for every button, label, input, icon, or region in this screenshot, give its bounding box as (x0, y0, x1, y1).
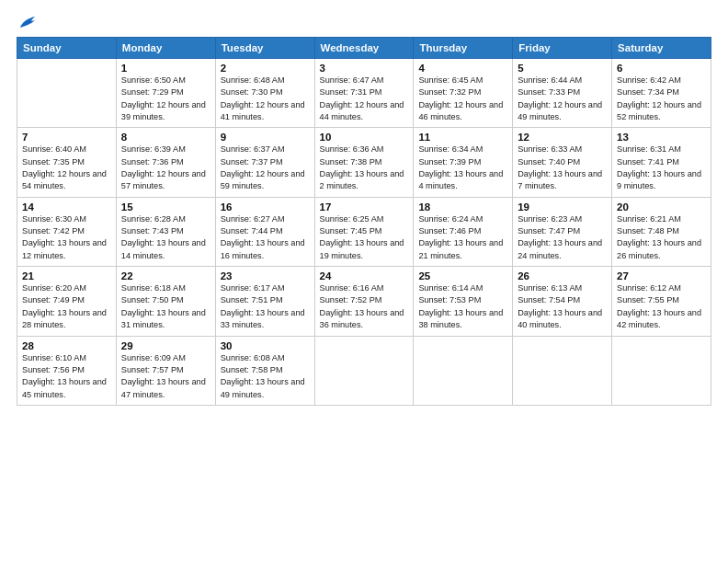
day-cell: 2Sunrise: 6:48 AMSunset: 7:30 PMDaylight… (215, 59, 314, 128)
header-day-saturday: Saturday (612, 38, 711, 59)
day-info: Sunrise: 6:39 AMSunset: 7:36 PMDaylight:… (121, 144, 210, 192)
day-info: Sunrise: 6:33 AMSunset: 7:40 PMDaylight:… (518, 144, 607, 192)
day-info: Sunrise: 6:16 AMSunset: 7:52 PMDaylight:… (320, 282, 409, 331)
header-row: SundayMondayTuesdayWednesdayThursdayFrid… (17, 38, 711, 59)
header-day-thursday: Thursday (414, 38, 513, 59)
page: SundayMondayTuesdayWednesdayThursdayFrid… (0, 0, 728, 563)
header-day-monday: Monday (116, 38, 215, 59)
logo-text (17, 15, 39, 29)
day-number: 17 (320, 201, 409, 213)
day-info: Sunrise: 6:13 AMSunset: 7:54 PMDaylight:… (518, 282, 607, 331)
day-number: 10 (320, 132, 409, 143)
day-cell: 4Sunrise: 6:45 AMSunset: 7:32 PMDaylight… (414, 59, 513, 128)
day-cell: 24Sunrise: 6:16 AMSunset: 7:52 PMDayligh… (314, 267, 414, 336)
day-number: 20 (617, 201, 706, 213)
day-number: 27 (617, 270, 706, 282)
day-number: 11 (418, 132, 507, 143)
day-info: Sunrise: 6:14 AMSunset: 7:53 PMDaylight:… (418, 282, 507, 331)
day-cell: 5Sunrise: 6:44 AMSunset: 7:33 PMDaylight… (513, 59, 612, 128)
day-info: Sunrise: 6:45 AMSunset: 7:32 PMDaylight:… (418, 75, 507, 123)
day-cell (314, 336, 414, 405)
day-cell: 9Sunrise: 6:37 AMSunset: 7:37 PMDaylight… (215, 128, 314, 197)
day-number: 15 (121, 201, 210, 213)
day-info: Sunrise: 6:34 AMSunset: 7:39 PMDaylight:… (418, 144, 507, 192)
day-number: 25 (418, 270, 507, 282)
day-cell (414, 336, 513, 405)
week-row-1: 1Sunrise: 6:50 AMSunset: 7:29 PMDaylight… (17, 59, 711, 128)
day-number: 21 (22, 270, 111, 282)
day-info: Sunrise: 6:40 AMSunset: 7:35 PMDaylight:… (22, 144, 111, 192)
day-cell: 11Sunrise: 6:34 AMSunset: 7:39 PMDayligh… (414, 128, 513, 197)
day-info: Sunrise: 6:30 AMSunset: 7:42 PMDaylight:… (22, 213, 111, 262)
day-info: Sunrise: 6:44 AMSunset: 7:33 PMDaylight:… (518, 75, 607, 123)
day-cell: 16Sunrise: 6:27 AMSunset: 7:44 PMDayligh… (215, 197, 314, 266)
day-cell: 8Sunrise: 6:39 AMSunset: 7:36 PMDaylight… (116, 128, 215, 197)
day-number: 24 (320, 270, 409, 282)
day-cell (513, 336, 612, 405)
logo-bird-icon (18, 15, 39, 29)
day-number: 7 (22, 132, 111, 143)
day-cell: 28Sunrise: 6:10 AMSunset: 7:56 PMDayligh… (17, 336, 117, 405)
day-info: Sunrise: 6:08 AMSunset: 7:58 PMDaylight:… (221, 352, 310, 401)
day-info: Sunrise: 6:09 AMSunset: 7:57 PMDaylight:… (121, 352, 210, 401)
day-cell: 17Sunrise: 6:25 AMSunset: 7:45 PMDayligh… (314, 197, 414, 266)
day-cell: 18Sunrise: 6:24 AMSunset: 7:46 PMDayligh… (414, 197, 513, 266)
header-day-tuesday: Tuesday (215, 38, 314, 59)
day-cell: 10Sunrise: 6:36 AMSunset: 7:38 PMDayligh… (314, 128, 414, 197)
day-number: 2 (221, 63, 310, 74)
day-cell: 15Sunrise: 6:28 AMSunset: 7:43 PMDayligh… (116, 197, 215, 266)
week-row-2: 7Sunrise: 6:40 AMSunset: 7:35 PMDaylight… (17, 128, 711, 197)
day-info: Sunrise: 6:27 AMSunset: 7:44 PMDaylight:… (221, 213, 310, 262)
day-number: 5 (518, 63, 607, 74)
day-cell: 19Sunrise: 6:23 AMSunset: 7:47 PMDayligh… (513, 197, 612, 266)
day-number: 8 (121, 132, 210, 143)
day-cell: 25Sunrise: 6:14 AMSunset: 7:53 PMDayligh… (414, 267, 513, 336)
day-info: Sunrise: 6:10 AMSunset: 7:56 PMDaylight:… (22, 352, 111, 401)
day-number: 28 (22, 340, 111, 351)
header (17, 15, 711, 29)
logo (17, 15, 39, 29)
day-number: 29 (121, 340, 210, 351)
day-cell: 22Sunrise: 6:18 AMSunset: 7:50 PMDayligh… (116, 267, 215, 336)
day-info: Sunrise: 6:42 AMSunset: 7:34 PMDaylight:… (617, 75, 706, 123)
day-number: 16 (221, 201, 310, 213)
day-cell (612, 336, 711, 405)
day-number: 6 (617, 63, 706, 74)
day-info: Sunrise: 6:23 AMSunset: 7:47 PMDaylight:… (518, 213, 607, 262)
day-info: Sunrise: 6:21 AMSunset: 7:48 PMDaylight:… (617, 213, 706, 262)
day-cell: 14Sunrise: 6:30 AMSunset: 7:42 PMDayligh… (17, 197, 117, 266)
day-info: Sunrise: 6:12 AMSunset: 7:55 PMDaylight:… (617, 282, 706, 331)
day-cell: 6Sunrise: 6:42 AMSunset: 7:34 PMDaylight… (612, 59, 711, 128)
day-info: Sunrise: 6:18 AMSunset: 7:50 PMDaylight:… (121, 282, 210, 331)
day-cell (17, 59, 117, 128)
day-number: 3 (320, 63, 409, 74)
day-number: 9 (221, 132, 310, 143)
day-cell: 3Sunrise: 6:47 AMSunset: 7:31 PMDaylight… (314, 59, 414, 128)
header-day-sunday: Sunday (17, 38, 117, 59)
day-info: Sunrise: 6:50 AMSunset: 7:29 PMDaylight:… (121, 75, 210, 123)
day-info: Sunrise: 6:47 AMSunset: 7:31 PMDaylight:… (320, 75, 409, 123)
day-info: Sunrise: 6:37 AMSunset: 7:37 PMDaylight:… (221, 144, 310, 192)
day-number: 12 (518, 132, 607, 143)
day-number: 18 (418, 201, 507, 213)
day-number: 30 (221, 340, 310, 351)
day-info: Sunrise: 6:48 AMSunset: 7:30 PMDaylight:… (221, 75, 310, 123)
day-cell: 7Sunrise: 6:40 AMSunset: 7:35 PMDaylight… (17, 128, 117, 197)
day-info: Sunrise: 6:25 AMSunset: 7:45 PMDaylight:… (320, 213, 409, 262)
day-cell: 26Sunrise: 6:13 AMSunset: 7:54 PMDayligh… (513, 267, 612, 336)
day-info: Sunrise: 6:31 AMSunset: 7:41 PMDaylight:… (617, 144, 706, 192)
week-row-4: 21Sunrise: 6:20 AMSunset: 7:49 PMDayligh… (17, 267, 711, 336)
day-info: Sunrise: 6:24 AMSunset: 7:46 PMDaylight:… (418, 213, 507, 262)
day-number: 23 (221, 270, 310, 282)
day-info: Sunrise: 6:28 AMSunset: 7:43 PMDaylight:… (121, 213, 210, 262)
day-cell: 21Sunrise: 6:20 AMSunset: 7:49 PMDayligh… (17, 267, 117, 336)
day-cell: 23Sunrise: 6:17 AMSunset: 7:51 PMDayligh… (215, 267, 314, 336)
day-number: 1 (121, 63, 210, 74)
day-cell: 30Sunrise: 6:08 AMSunset: 7:58 PMDayligh… (215, 336, 314, 405)
week-row-5: 28Sunrise: 6:10 AMSunset: 7:56 PMDayligh… (17, 336, 711, 405)
day-cell: 13Sunrise: 6:31 AMSunset: 7:41 PMDayligh… (612, 128, 711, 197)
day-number: 22 (121, 270, 210, 282)
header-day-friday: Friday (513, 38, 612, 59)
day-number: 14 (22, 201, 111, 213)
day-cell: 27Sunrise: 6:12 AMSunset: 7:55 PMDayligh… (612, 267, 711, 336)
